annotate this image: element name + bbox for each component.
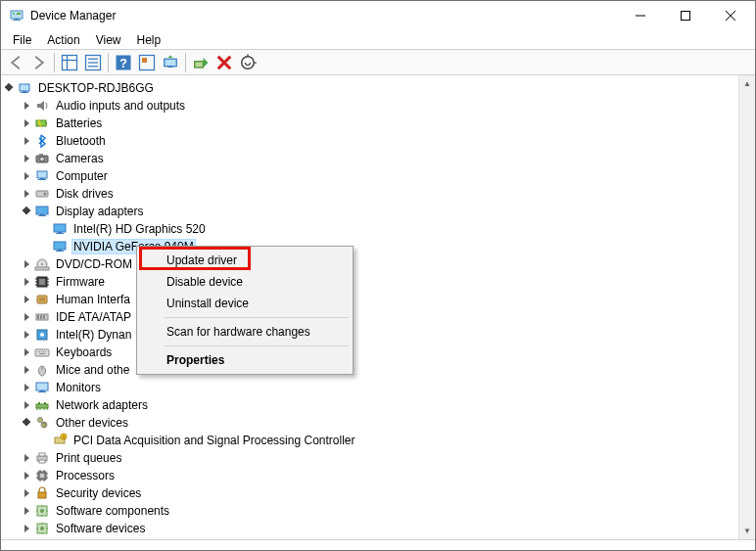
svg-rect-73 xyxy=(45,351,46,352)
tree-category[interactable]: Security devices xyxy=(1,484,738,502)
svg-point-108 xyxy=(40,509,44,513)
tree-device[interactable]: Intel(R) HD Graphics 520 xyxy=(1,220,738,238)
menu-view[interactable]: View xyxy=(88,32,129,48)
scroll-up-button[interactable]: ▲ xyxy=(739,75,755,92)
chevron-right-icon[interactable] xyxy=(19,379,34,396)
svg-rect-33 xyxy=(39,154,43,156)
chevron-right-icon[interactable] xyxy=(19,396,34,414)
svg-rect-65 xyxy=(43,315,45,319)
tree-category[interactable]: Processors xyxy=(1,467,738,484)
uninstall-button[interactable] xyxy=(213,52,235,73)
chevron-right-icon[interactable] xyxy=(19,115,34,132)
tree-category[interactable]: Mice and othe xyxy=(1,361,738,379)
menu-action[interactable]: Action xyxy=(39,32,87,48)
chevron-right-icon[interactable] xyxy=(19,484,34,502)
chevron-right-icon[interactable] xyxy=(19,449,34,467)
tree-category[interactable]: Human Interfa xyxy=(1,291,738,308)
chevron-right-icon[interactable] xyxy=(19,326,34,344)
chevron-right-icon[interactable] xyxy=(19,255,34,273)
svg-rect-4 xyxy=(17,13,21,15)
ctx-disable-device[interactable]: Disable device xyxy=(139,271,351,293)
ctx-properties[interactable]: Properties xyxy=(139,349,351,371)
chevron-right-icon[interactable] xyxy=(19,150,34,167)
chevron-right-icon[interactable] xyxy=(19,132,34,150)
tree-category[interactable]: Software devices xyxy=(1,520,738,537)
chevron-right-icon[interactable] xyxy=(19,167,34,185)
chevron-right-icon[interactable] xyxy=(19,185,34,203)
tree-category[interactable]: Firmware xyxy=(1,273,738,291)
scan-hardware-button[interactable] xyxy=(237,52,259,73)
tree-category-label: IDE ATA/ATAP xyxy=(54,310,133,324)
chevron-down-icon[interactable] xyxy=(19,203,34,220)
tree-device[interactable]: !PCI Data Acquisition and Signal Process… xyxy=(1,432,738,449)
show-hide-tree-button[interactable] xyxy=(59,52,80,73)
chevron-right-icon[interactable] xyxy=(19,97,34,115)
tree-category[interactable]: Display adapters xyxy=(1,203,738,220)
tree-category[interactable]: Disk drives xyxy=(1,185,738,203)
dvd-icon xyxy=(34,256,50,272)
menu-file[interactable]: File xyxy=(5,32,39,48)
svg-rect-22 xyxy=(195,61,204,67)
scroll-track[interactable] xyxy=(739,92,755,523)
chevron-none xyxy=(36,432,52,449)
svg-rect-45 xyxy=(54,242,66,250)
tree-root-label: DESKTOP-RDJB6GG xyxy=(36,81,156,95)
tree-category[interactable]: IDE ATA/ATAP xyxy=(1,308,738,326)
action-button[interactable] xyxy=(136,52,158,73)
tree-category[interactable]: Cameras xyxy=(1,150,738,167)
tree-root[interactable]: DESKTOP-RDJB6GG xyxy=(1,79,738,97)
properties-button[interactable] xyxy=(82,52,104,73)
chevron-down-icon[interactable] xyxy=(1,79,17,97)
help-button[interactable]: ? xyxy=(113,52,134,73)
chevron-right-icon[interactable] xyxy=(19,291,34,308)
chevron-right-icon[interactable] xyxy=(19,502,34,520)
chevron-right-icon[interactable] xyxy=(19,520,34,537)
chevron-right-icon[interactable] xyxy=(19,361,34,379)
tree-category[interactable]: Network adapters xyxy=(1,396,738,414)
svg-point-110 xyxy=(40,527,44,530)
tree-category[interactable]: DVD/CD-ROM xyxy=(1,255,738,273)
enable-button[interactable] xyxy=(190,52,212,73)
svg-rect-6 xyxy=(682,12,690,21)
chevron-right-icon[interactable] xyxy=(19,467,34,484)
tree-category[interactable]: Software components xyxy=(1,502,738,520)
device-tree[interactable]: DESKTOP-RDJB6GGAudio inputs and outputsB… xyxy=(1,75,738,539)
svg-rect-97 xyxy=(40,474,44,478)
tree-category[interactable]: Monitors xyxy=(1,379,738,396)
svg-text:?: ? xyxy=(42,422,46,429)
keyboard-icon xyxy=(34,344,50,360)
ctx-scan-hardware[interactable]: Scan for hardware changes xyxy=(139,321,351,343)
tree-category[interactable]: Bluetooth xyxy=(1,132,738,150)
tree-category[interactable]: Print queues xyxy=(1,449,738,467)
display-icon xyxy=(34,204,50,219)
tree-device[interactable]: NVIDIA GeForce 940M xyxy=(1,238,738,255)
maximize-button[interactable] xyxy=(663,1,708,30)
ctx-update-driver[interactable]: Update driver xyxy=(139,250,351,271)
chevron-right-icon[interactable] xyxy=(19,308,34,326)
minimize-button[interactable] xyxy=(618,1,663,30)
device-manager-window: Device Manager File Action View Help ? D… xyxy=(0,0,756,551)
svg-rect-42 xyxy=(54,224,66,232)
update-driver-button[interactable] xyxy=(160,52,181,73)
vertical-scrollbar[interactable]: ▲ ▼ xyxy=(738,75,755,539)
tree-category[interactable]: ?Other devices xyxy=(1,414,738,432)
svg-rect-26 xyxy=(20,84,29,91)
chevron-right-icon[interactable] xyxy=(19,273,34,291)
tree-category[interactable]: Batteries xyxy=(1,115,738,132)
svg-rect-2 xyxy=(13,20,21,21)
tree-category[interactable]: Keyboards xyxy=(1,344,738,361)
close-button[interactable] xyxy=(708,1,753,30)
ctx-uninstall-device[interactable]: Uninstall device xyxy=(139,293,351,314)
scroll-down-button[interactable]: ▼ xyxy=(739,523,755,539)
menu-help[interactable]: Help xyxy=(129,32,169,48)
chevron-down-icon[interactable] xyxy=(19,414,34,432)
chevron-right-icon[interactable] xyxy=(19,344,34,361)
svg-rect-35 xyxy=(40,178,44,179)
back-button[interactable] xyxy=(5,52,26,73)
tree-category-label: DVD/CD-ROM xyxy=(54,257,134,271)
tree-category-label: Software components xyxy=(54,504,171,518)
tree-category[interactable]: Computer xyxy=(1,167,738,185)
tree-category[interactable]: Audio inputs and outputs xyxy=(1,97,738,115)
tree-category[interactable]: Intel(R) Dynan xyxy=(1,326,738,344)
forward-button[interactable] xyxy=(28,52,50,73)
